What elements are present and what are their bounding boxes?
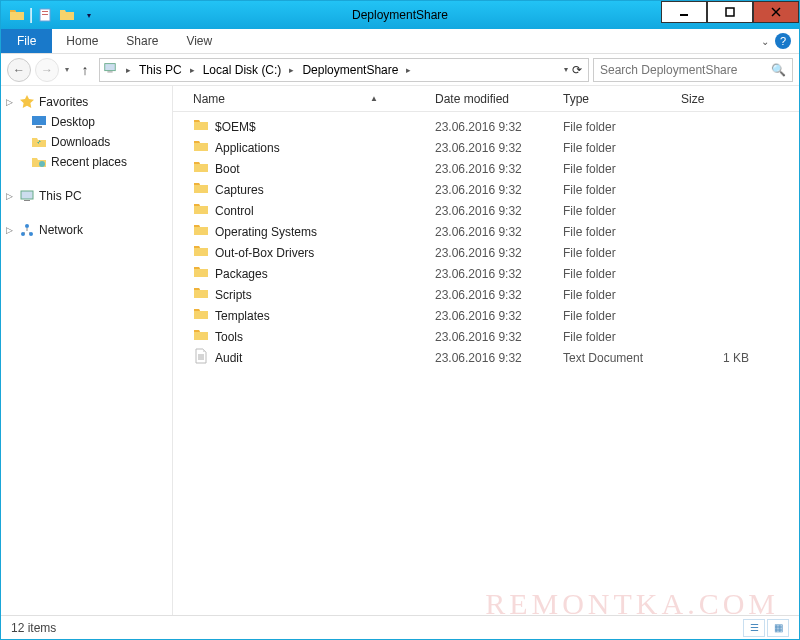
svg-rect-13 bbox=[24, 200, 30, 201]
qat-dropdown-icon[interactable]: ▾ bbox=[79, 5, 99, 25]
file-row[interactable]: Audit23.06.2016 9:32Text Document1 KB bbox=[173, 347, 799, 368]
file-name: Out-of-Box Drivers bbox=[215, 246, 314, 260]
back-button[interactable]: ← bbox=[7, 58, 31, 82]
file-date: 23.06.2016 9:32 bbox=[427, 330, 555, 344]
content-area: Name▲ Date modified Type Size $OEM$23.06… bbox=[173, 86, 799, 615]
nav-this-pc[interactable]: ▷ This PC bbox=[1, 186, 172, 206]
properties-icon[interactable] bbox=[35, 5, 55, 25]
file-row[interactable]: Scripts23.06.2016 9:32File folder bbox=[173, 284, 799, 305]
file-row[interactable]: Captures23.06.2016 9:32File folder bbox=[173, 179, 799, 200]
body: ▷ Favorites Desktop Downloads bbox=[1, 86, 799, 615]
downloads-icon bbox=[31, 134, 47, 150]
file-type: File folder bbox=[555, 309, 673, 323]
folder-icon bbox=[193, 201, 209, 220]
nav-network-label: Network bbox=[39, 223, 83, 237]
collapse-icon[interactable]: ▷ bbox=[3, 97, 15, 107]
file-row[interactable]: Applications23.06.2016 9:32File folder bbox=[173, 137, 799, 158]
file-row[interactable]: Tools23.06.2016 9:32File folder bbox=[173, 326, 799, 347]
nav-recent[interactable]: Recent places bbox=[1, 152, 172, 172]
file-size: 1 KB bbox=[673, 351, 761, 365]
file-date: 23.06.2016 9:32 bbox=[427, 351, 555, 365]
new-folder-icon[interactable] bbox=[57, 5, 77, 25]
title-bar: | ▾ DeploymentShare bbox=[1, 1, 799, 29]
tab-share[interactable]: Share bbox=[112, 29, 172, 53]
search-input[interactable] bbox=[600, 63, 771, 77]
maximize-button[interactable] bbox=[707, 1, 753, 23]
nav-favorites-label: Favorites bbox=[39, 95, 88, 109]
file-date: 23.06.2016 9:32 bbox=[427, 225, 555, 239]
nav-item-label: Downloads bbox=[51, 135, 110, 149]
file-name: Audit bbox=[215, 351, 242, 365]
breadcrumb[interactable]: ▸ This PC ▸ Local Disk (C:) ▸ Deployment… bbox=[99, 58, 589, 82]
chevron-right-icon[interactable]: ▸ bbox=[402, 65, 415, 75]
minimize-button[interactable] bbox=[661, 1, 707, 23]
file-row[interactable]: Out-of-Box Drivers23.06.2016 9:32File fo… bbox=[173, 242, 799, 263]
file-date: 23.06.2016 9:32 bbox=[427, 309, 555, 323]
collapse-icon[interactable]: ▷ bbox=[3, 225, 15, 235]
nav-item-label: Recent places bbox=[51, 155, 127, 169]
nav-network[interactable]: ▷ Network bbox=[1, 220, 172, 240]
file-type: Text Document bbox=[555, 351, 673, 365]
crumb-this-pc[interactable]: This PC bbox=[135, 63, 186, 77]
nav-desktop[interactable]: Desktop bbox=[1, 112, 172, 132]
nav-item-label: Desktop bbox=[51, 115, 95, 129]
file-row[interactable]: Boot23.06.2016 9:32File folder bbox=[173, 158, 799, 179]
icons-view-button[interactable]: ▦ bbox=[767, 619, 789, 637]
ribbon-expand-icon[interactable]: ⌄ bbox=[761, 36, 769, 47]
file-row[interactable]: Packages23.06.2016 9:32File folder bbox=[173, 263, 799, 284]
search-icon[interactable]: 🔍 bbox=[771, 63, 786, 77]
col-type[interactable]: Type bbox=[555, 86, 673, 111]
svg-rect-4 bbox=[726, 8, 734, 16]
col-name[interactable]: Name▲ bbox=[173, 86, 427, 111]
file-tab[interactable]: File bbox=[1, 29, 52, 53]
history-dropdown-icon[interactable]: ▾ bbox=[63, 65, 71, 74]
nav-this-pc-label: This PC bbox=[39, 189, 82, 203]
item-count: 12 items bbox=[11, 621, 56, 635]
file-date: 23.06.2016 9:32 bbox=[427, 267, 555, 281]
chevron-right-icon[interactable]: ▸ bbox=[186, 65, 199, 75]
crumb-current[interactable]: DeploymentShare bbox=[298, 63, 402, 77]
file-date: 23.06.2016 9:32 bbox=[427, 183, 555, 197]
forward-button[interactable]: → bbox=[35, 58, 59, 82]
pc-icon bbox=[19, 188, 35, 204]
file-row[interactable]: Templates23.06.2016 9:32File folder bbox=[173, 305, 799, 326]
column-headers: Name▲ Date modified Type Size bbox=[173, 86, 799, 112]
tab-view[interactable]: View bbox=[172, 29, 226, 53]
folder-icon bbox=[193, 138, 209, 157]
tab-home[interactable]: Home bbox=[52, 29, 112, 53]
nav-favorites[interactable]: ▷ Favorites bbox=[1, 92, 172, 112]
star-icon bbox=[19, 94, 35, 110]
chevron-right-icon[interactable]: ▸ bbox=[122, 65, 135, 75]
file-type: File folder bbox=[555, 288, 673, 302]
up-button[interactable]: ↑ bbox=[75, 60, 95, 80]
file-row[interactable]: $OEM$23.06.2016 9:32File folder bbox=[173, 116, 799, 137]
file-type: File folder bbox=[555, 141, 673, 155]
file-type: File folder bbox=[555, 267, 673, 281]
search-box[interactable]: 🔍 bbox=[593, 58, 793, 82]
col-date[interactable]: Date modified bbox=[427, 86, 555, 111]
collapse-icon[interactable]: ▷ bbox=[3, 191, 15, 201]
nav-downloads[interactable]: Downloads bbox=[1, 132, 172, 152]
navigation-pane: ▷ Favorites Desktop Downloads bbox=[1, 86, 173, 615]
file-list: $OEM$23.06.2016 9:32File folderApplicati… bbox=[173, 112, 799, 615]
close-button[interactable] bbox=[753, 1, 799, 23]
recent-icon bbox=[31, 154, 47, 170]
file-row[interactable]: Control23.06.2016 9:32File folder bbox=[173, 200, 799, 221]
svg-rect-9 bbox=[32, 116, 46, 125]
network-icon bbox=[19, 222, 35, 238]
col-size[interactable]: Size bbox=[673, 86, 761, 111]
crumb-local-disk[interactable]: Local Disk (C:) bbox=[199, 63, 286, 77]
refresh-icon[interactable]: ⟳ bbox=[572, 63, 582, 77]
folder-icon bbox=[193, 285, 209, 304]
help-icon[interactable]: ? bbox=[775, 33, 791, 49]
file-name: Scripts bbox=[215, 288, 252, 302]
details-view-button[interactable]: ☰ bbox=[743, 619, 765, 637]
file-type: File folder bbox=[555, 204, 673, 218]
file-row[interactable]: Operating Systems23.06.2016 9:32File fol… bbox=[173, 221, 799, 242]
svg-rect-7 bbox=[105, 63, 116, 70]
address-dropdown-icon[interactable]: ▾ bbox=[564, 65, 568, 74]
quick-access-toolbar: | ▾ bbox=[1, 5, 99, 25]
file-name: Operating Systems bbox=[215, 225, 317, 239]
folder-icon bbox=[193, 327, 209, 346]
chevron-right-icon[interactable]: ▸ bbox=[285, 65, 298, 75]
